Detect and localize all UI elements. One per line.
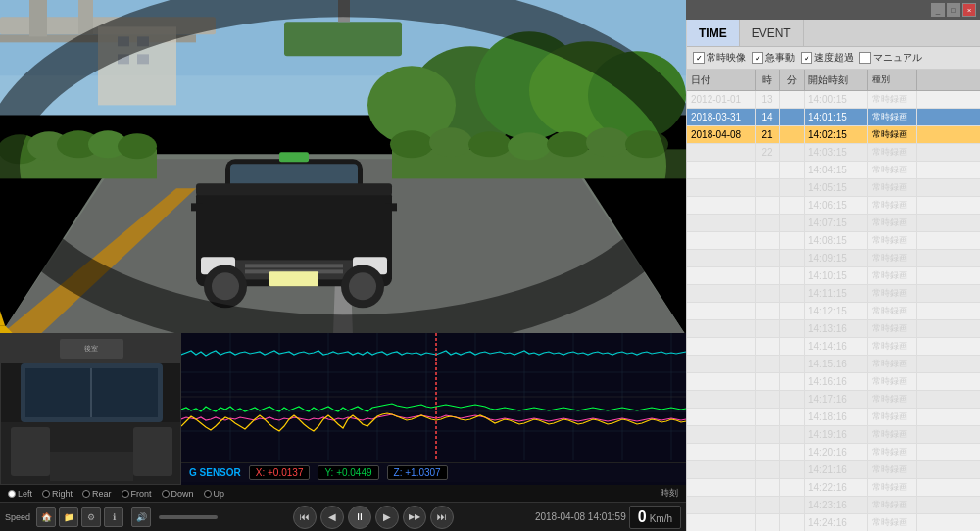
td-time: 14:22:16 [805, 479, 868, 496]
td-min [780, 356, 805, 372]
table-body[interactable]: 2012-01-01 13 14:00:15 常時録画 2018-03-31 1… [687, 91, 980, 531]
prev-frame-btn[interactable]: ◀ [320, 506, 344, 529]
play-btn[interactable]: ▶ [375, 506, 399, 529]
table-row[interactable]: 14:24:16 常時録画 [687, 514, 980, 531]
table-row[interactable]: 14:06:15 常時録画 [687, 197, 980, 215]
graph-area: G SENSOR X: +0.0137 Y: +0.0449 Z: +1.030… [181, 333, 686, 485]
td-min [780, 215, 805, 231]
radio-rear[interactable]: Rear [82, 489, 112, 499]
radio-down[interactable]: Down [162, 489, 194, 499]
radio-up[interactable]: Up [204, 489, 225, 499]
table-row[interactable]: 14:05:15 常時録画 [687, 179, 980, 197]
minimize-btn[interactable]: _ [931, 3, 945, 17]
info-icon[interactable]: ℹ [104, 507, 123, 527]
table-row[interactable]: 2018-03-31 14 14:01:15 常時録画 [687, 109, 980, 126]
filter-speed[interactable]: 速度超過 [801, 51, 854, 65]
td-type: 常時録画 [868, 356, 917, 372]
radio-right[interactable]: Right [42, 489, 73, 499]
td-hour [756, 514, 780, 531]
td-time: 14:10:15 [805, 267, 868, 284]
settings-icon[interactable]: ⚙ [81, 507, 101, 527]
checkbox-emergency[interactable] [752, 52, 763, 64]
td-date [687, 144, 756, 161]
td-min [780, 391, 805, 408]
sensor-z-value: Z: +1.0307 [387, 465, 448, 480]
td-min [780, 444, 805, 460]
td-time: 14:13:16 [805, 320, 868, 337]
td-date: 2018-04-08 [687, 126, 756, 143]
table-row[interactable]: 14:17:16 常時録画 [687, 391, 980, 409]
volume-icon[interactable]: 🔊 [131, 507, 151, 527]
table-row[interactable]: 2012-01-01 13 14:00:15 常時録画 [687, 91, 980, 109]
filter-manual[interactable]: マニュアル [859, 51, 922, 65]
maximize-btn[interactable]: □ [947, 3, 960, 17]
table-row[interactable]: 14:23:16 常時録画 [687, 497, 980, 514]
table-row[interactable]: 14:22:16 常時録画 [687, 479, 980, 497]
td-hour [756, 356, 780, 372]
radio-down-circle [162, 490, 170, 498]
table-row[interactable]: 14:19:16 常時録画 [687, 426, 980, 444]
folder-icon[interactable]: 📁 [59, 507, 78, 527]
table-row[interactable]: 14:11:15 常時録画 [687, 285, 980, 303]
table-row[interactable]: 14:20:16 常時録画 [687, 444, 980, 461]
sensor-x-value: X: +0.0137 [249, 465, 311, 480]
filter-emergency[interactable]: 急事動 [752, 51, 795, 65]
svg-rect-51 [284, 22, 402, 56]
table-row[interactable]: 22 14:03:15 常時録画 [687, 144, 980, 162]
td-date [687, 409, 756, 425]
checkbox-manual[interactable] [859, 52, 871, 64]
checkbox-normal[interactable] [693, 52, 705, 64]
main-container: 後室 後室 [0, 0, 980, 531]
radio-rear-circle [82, 490, 90, 498]
svg-rect-64 [133, 427, 172, 476]
table-row[interactable]: 14:12:15 常時録画 [687, 303, 980, 320]
table-row[interactable]: 14:07:15 常時録画 [687, 215, 980, 232]
checkbox-speed[interactable] [801, 52, 812, 64]
home-icon[interactable]: 🏠 [36, 507, 56, 527]
td-min [780, 479, 805, 496]
td-hour: 22 [756, 144, 780, 161]
table-row[interactable]: 14:08:15 常時録画 [687, 232, 980, 250]
table-row[interactable]: 14:16:16 常時録画 [687, 373, 980, 391]
table-row[interactable]: 14:10:15 常時録画 [687, 267, 980, 285]
table-row[interactable]: 14:04:15 常時録画 [687, 162, 980, 179]
table-row[interactable]: 2018-04-08 21 14:02:15 常時録画 [687, 126, 980, 144]
td-hour [756, 409, 780, 425]
table-row[interactable]: 14:13:16 常時録画 [687, 320, 980, 338]
next-frame-btn[interactable]: ▶▶ [403, 506, 426, 529]
td-hour [756, 285, 780, 302]
table-row[interactable]: 14:18:16 常時録画 [687, 409, 980, 426]
filter-normal[interactable]: 常時映像 [693, 51, 746, 65]
next-chapter-btn[interactable]: ⏭ [430, 506, 454, 529]
td-type: 常時録画 [868, 144, 917, 161]
table-row[interactable]: 14:21:16 常時録画 [687, 461, 980, 479]
close-btn[interactable]: × [962, 3, 976, 17]
table-row[interactable]: 14:09:15 常時録画 [687, 250, 980, 267]
radio-right-circle [42, 490, 50, 498]
tab-event[interactable]: EVENT [740, 20, 804, 46]
table-row[interactable]: 14:14:16 常時録画 [687, 338, 980, 356]
td-type: 常時録画 [868, 338, 917, 355]
radio-down-label: Down [172, 489, 194, 499]
small-camera: 後室 後室 [0, 333, 181, 485]
td-min [780, 267, 805, 284]
radio-front[interactable]: Front [122, 489, 152, 499]
speed-label: Speed [5, 512, 30, 522]
td-time: 14:15:16 [805, 356, 868, 372]
table-header: 日付 時 分 開始時刻 種別 [687, 70, 980, 91]
td-date [687, 356, 756, 372]
td-hour [756, 250, 780, 266]
td-time: 14:02:15 [805, 126, 868, 143]
prev-chapter-btn[interactable]: ⏮ [293, 506, 317, 529]
pause-btn[interactable]: ⏸ [348, 506, 371, 529]
td-date [687, 250, 756, 266]
speed-unit: Km/h [650, 513, 672, 524]
th-hour: 時 [756, 70, 780, 90]
volume-slider[interactable] [159, 515, 218, 519]
radio-left[interactable]: Left [8, 489, 32, 499]
svg-rect-63 [11, 427, 50, 476]
window-bar: _ □ × [686, 0, 980, 20]
svg-point-28 [429, 127, 472, 157]
table-row[interactable]: 14:15:16 常時録画 [687, 356, 980, 373]
tab-time[interactable]: TIME [687, 20, 740, 46]
